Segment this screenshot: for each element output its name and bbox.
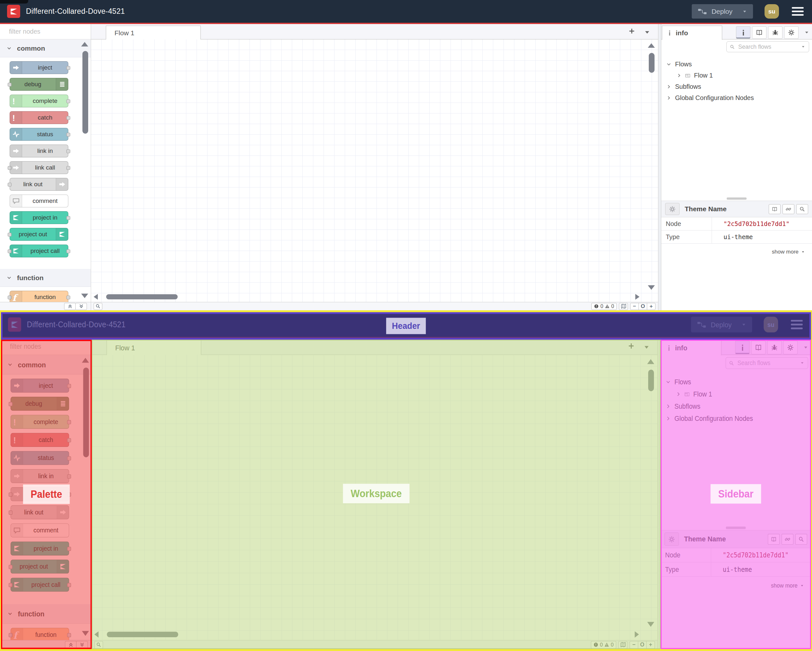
palette-node-function[interactable]: ffunction (11, 628, 69, 640)
main-menu-button[interactable] (789, 319, 804, 331)
tree-item-flows[interactable]: Flows (661, 376, 811, 388)
zoom-reset-button[interactable]: O (638, 303, 647, 310)
zoom-out-button[interactable]: − (629, 641, 638, 648)
palette-node-catch[interactable]: !catch (11, 433, 69, 447)
palette-scroll-down[interactable] (81, 294, 87, 299)
palette-node-project-out[interactable]: project out (10, 228, 68, 241)
palette-node-project-out[interactable]: project out (11, 560, 69, 573)
tree-item-subflows[interactable]: Subflows (661, 400, 811, 413)
palette-node-debug[interactable]: debug (10, 78, 68, 91)
sidebar-section-resizer[interactable] (661, 196, 812, 201)
expand-all-button[interactable] (76, 641, 87, 648)
search-flows-box[interactable] (727, 41, 809, 52)
show-more-link[interactable]: show more (661, 576, 811, 589)
palette-node-link-in[interactable]: link in (11, 469, 69, 483)
debug-tool-button[interactable] (767, 341, 781, 354)
palette-section-function[interactable]: function (0, 269, 91, 287)
flow-list-dropdown[interactable] (643, 344, 650, 351)
canvas-hscrollbar[interactable] (92, 630, 645, 639)
search-flows-button[interactable] (94, 641, 103, 648)
help-tool-button[interactable] (751, 341, 766, 354)
collapse-all-button[interactable] (64, 303, 76, 310)
node-config-button[interactable] (665, 203, 679, 215)
node-link-button[interactable] (781, 534, 794, 544)
main-menu-button[interactable] (791, 6, 805, 17)
flow-canvas[interactable] (91, 40, 658, 302)
palette-scrollbar-thumb[interactable] (83, 367, 89, 457)
palette-scroll-up[interactable] (82, 358, 88, 363)
search-flows-input[interactable] (737, 359, 797, 367)
sidebar-splitter[interactable] (658, 24, 661, 310)
palette-node-inject[interactable]: inject (10, 61, 68, 74)
palette-section-common[interactable]: common (1, 355, 92, 375)
palette-scroll-up[interactable] (81, 42, 87, 47)
node-help-button[interactable] (769, 204, 781, 214)
avatar[interactable]: su (763, 317, 778, 332)
canvas-scroll-left[interactable] (94, 631, 98, 638)
tab-info[interactable]: info (662, 26, 722, 40)
info-tool-button[interactable] (735, 341, 749, 354)
palette-search[interactable] (1, 338, 92, 355)
palette-node-link-in[interactable]: link in (10, 145, 68, 157)
palette-node-comment[interactable]: comment (10, 195, 68, 207)
palette-node-link-out[interactable]: link out (10, 178, 68, 191)
search-flows-input[interactable] (737, 43, 798, 51)
node-help-button[interactable] (768, 534, 780, 544)
palette-node-status[interactable]: status (11, 451, 69, 465)
palette-node-function[interactable]: ffunction (10, 291, 68, 302)
palette-section-common[interactable]: common (0, 40, 91, 57)
palette-node-debug[interactable]: debug (11, 397, 69, 411)
tab-flow-1[interactable]: Flow 1 (106, 26, 201, 40)
chevron-down-icon[interactable] (742, 9, 747, 14)
tree-item-flow-1[interactable]: Flow 1 (661, 70, 812, 81)
tree-item-flow-1[interactable]: Flow 1 (661, 388, 811, 400)
collapse-all-button[interactable] (65, 641, 77, 648)
zoom-in-button[interactable]: + (647, 303, 655, 310)
palette-scroll-down[interactable] (82, 631, 88, 637)
navigator-button[interactable] (619, 303, 628, 310)
palette-node-project-call[interactable]: project call (11, 578, 69, 592)
palette-node-inject[interactable]: inject (11, 378, 69, 392)
filter-nodes-input[interactable] (8, 27, 95, 35)
palette-node-project-in[interactable]: project in (11, 541, 69, 555)
sidebar-splitter[interactable] (658, 338, 661, 649)
palette-node-link-out[interactable]: link out (11, 506, 69, 519)
expand-all-button[interactable] (75, 303, 87, 310)
canvas-scroll-up[interactable] (648, 43, 655, 48)
node-search-button[interactable] (795, 534, 807, 544)
add-flow-button[interactable] (628, 342, 634, 349)
canvas-hscrollbar-thumb[interactable] (106, 294, 178, 299)
canvas-vscrollbar-thumb[interactable] (649, 53, 655, 73)
canvas-vscrollbar-thumb[interactable] (648, 370, 654, 391)
avatar[interactable]: su (765, 4, 779, 18)
chevron-down-icon[interactable] (741, 322, 746, 327)
chevron-down-icon[interactable] (800, 361, 804, 365)
sidebar-menu-dropdown[interactable] (804, 30, 809, 35)
node-config-button[interactable] (664, 532, 679, 546)
palette-search[interactable] (0, 24, 91, 40)
palette-node-link-call[interactable]: link call (11, 487, 69, 501)
canvas-scroll-up[interactable] (647, 359, 654, 364)
canvas-scroll-right[interactable] (635, 631, 639, 638)
tree-item-global-config[interactable]: Global Configuration Nodes (661, 413, 811, 425)
config-tool-button[interactable] (784, 26, 798, 39)
palette-node-complete[interactable]: !complete (10, 95, 68, 107)
tab-info[interactable]: info (661, 340, 722, 355)
notification-counts[interactable]: 0 0 (591, 641, 617, 648)
help-tool-button[interactable] (752, 26, 766, 39)
palette-node-project-call[interactable]: project call (10, 245, 68, 258)
zoom-in-button[interactable]: + (646, 641, 655, 648)
canvas-hscrollbar[interactable] (91, 292, 645, 301)
canvas-scroll-down[interactable] (647, 622, 654, 627)
flow-list-dropdown[interactable] (644, 29, 650, 35)
config-tool-button[interactable] (783, 341, 798, 354)
flow-canvas[interactable] (92, 355, 658, 640)
navigator-button[interactable] (618, 641, 627, 648)
tree-item-subflows[interactable]: Subflows (661, 81, 812, 92)
palette-node-comment[interactable]: comment (11, 523, 69, 537)
show-more-link[interactable]: show more (661, 244, 812, 255)
palette-node-link-call[interactable]: link call (10, 161, 68, 174)
sidebar-menu-dropdown[interactable] (803, 345, 809, 350)
palette-node-status[interactable]: status (10, 128, 68, 141)
palette-section-function[interactable]: function (1, 604, 92, 624)
